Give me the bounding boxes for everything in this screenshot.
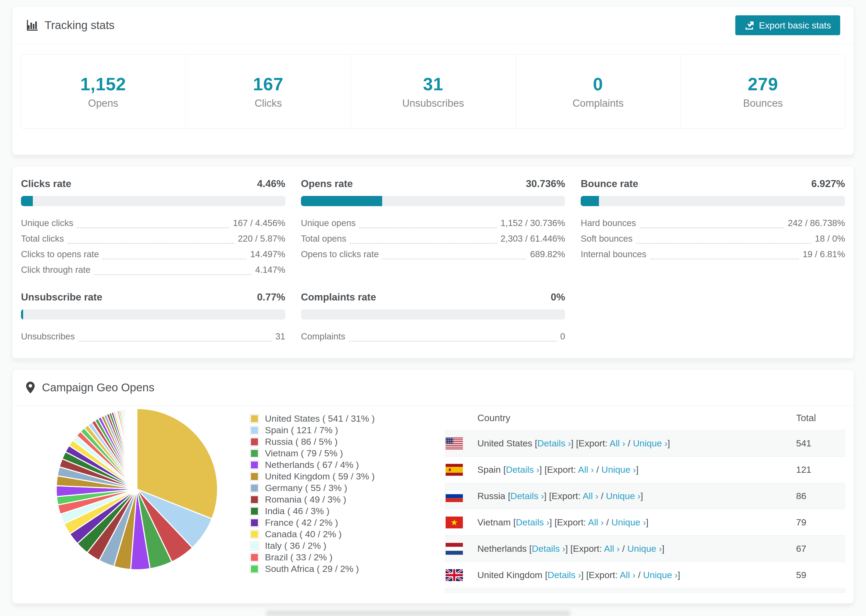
country-cell: United States [Details ›] [Export: All ›…	[477, 430, 796, 457]
geo-table-row-de: Germany [Details ›] [Export: All › / Uni…	[445, 588, 846, 593]
progress-bar	[21, 196, 285, 206]
progress-bar	[301, 310, 565, 319]
tracking-stats-title-block: Tracking stats	[26, 19, 115, 32]
rate-row-value: 4.147%	[255, 265, 285, 275]
stat-value: 31	[423, 74, 443, 94]
rate-row: Unique clicks167 / 4.456%	[21, 215, 285, 231]
export-all-link[interactable]: All ›	[620, 570, 636, 580]
total-cell: 79	[796, 509, 846, 536]
total-cell: 55	[796, 588, 846, 593]
dotted-leader	[68, 243, 234, 244]
legend-swatch	[250, 484, 259, 493]
country-name: Spain	[477, 464, 501, 475]
page-title: Tracking stats	[45, 19, 115, 32]
export-unique-link[interactable]: Unique ›	[627, 544, 662, 554]
stats-summary: 1,152Opens167Clicks31Unsubscribes0Compla…	[20, 54, 846, 129]
stat-cell-bounces: 279Bounces	[680, 55, 845, 129]
progress-bar	[581, 196, 845, 206]
rate-row: Internal bounces19 / 6.81%	[581, 247, 845, 262]
legend-item: South Africa ( 29 / 2% )	[250, 563, 375, 575]
rate-row-label: Unique opens	[301, 218, 356, 228]
stat-label: Unsubscribes	[402, 97, 464, 109]
gb-flag-icon	[446, 569, 463, 581]
geo-table-row-us: United States [Details ›] [Export: All ›…	[445, 430, 846, 457]
rate-row-value: 0	[560, 332, 565, 342]
legend-swatch	[250, 518, 259, 527]
legend-item: Germany ( 55 / 3% )	[250, 482, 375, 494]
legend-label: Brazil ( 33 / 2% )	[265, 552, 332, 563]
map-pin-icon	[26, 381, 35, 394]
legend-swatch	[250, 449, 259, 458]
legend-label: United States ( 541 / 31% )	[265, 413, 375, 424]
details-link[interactable]: Details ›	[510, 491, 544, 501]
legend-swatch	[250, 564, 259, 574]
rate-row-label: Soft bounces	[581, 234, 633, 244]
details-link[interactable]: Details ›	[506, 464, 540, 475]
stat-label: Bounces	[743, 97, 783, 109]
export-basic-stats-button[interactable]: Export basic stats	[735, 15, 840, 35]
geo-header: Campaign Geo Opens	[13, 369, 853, 406]
nl-flag-icon	[446, 543, 463, 555]
dotted-leader	[103, 259, 247, 259]
export-all-link[interactable]: All ›	[578, 464, 594, 475]
rate-row-value: 2,303 / 61.446%	[501, 234, 565, 244]
total-cell: 67	[796, 536, 846, 562]
col-header-country: Country	[477, 406, 796, 430]
dotted-leader	[349, 341, 556, 342]
details-link[interactable]: Details ›	[548, 570, 581, 580]
export-unique-link[interactable]: Unique ›	[601, 464, 636, 475]
stat-label: Complaints	[573, 97, 624, 109]
stat-label: Clicks	[255, 97, 282, 109]
legend-item: Brazil ( 33 / 2% )	[250, 552, 375, 563]
country-name: United Kingdom	[477, 570, 542, 580]
details-link[interactable]: Details ›	[532, 544, 565, 554]
total-cell: 86	[796, 483, 846, 509]
export-all-link[interactable]: All ›	[604, 544, 620, 554]
rate-row-value: 19 / 6.81%	[803, 249, 845, 259]
legend-swatch	[250, 530, 259, 539]
export-all-link[interactable]: All ›	[588, 517, 604, 527]
export-all-link[interactable]: All ›	[583, 491, 598, 501]
country-cell: Russia [Details ›] [Export: All › / Uniq…	[477, 483, 796, 509]
rate-row-value: 14.497%	[250, 249, 285, 259]
export-all-link[interactable]: All ›	[609, 438, 625, 448]
rate-row-label: Opens to clicks rate	[301, 249, 379, 259]
dotted-leader	[359, 227, 497, 228]
geo-table-row-gb: United Kingdom [Details ›] [Export: All …	[445, 562, 846, 588]
bar-chart-icon	[26, 19, 38, 31]
country-cell: Vietnam [Details ›] [Export: All › / Uni…	[477, 509, 796, 536]
col-header-total: Total	[796, 406, 846, 430]
rate-section-unsubscribe-rate: Unsubscribe rate0.77%Unsubscribes31	[21, 292, 285, 344]
export-unique-link[interactable]: Unique ›	[606, 491, 641, 501]
legend-label: Italy ( 36 / 2% )	[265, 541, 326, 551]
export-icon	[745, 20, 754, 30]
country-name: Russia	[477, 491, 505, 501]
rate-row-label: Hard bounces	[581, 218, 636, 228]
dotted-leader	[650, 259, 799, 259]
geo-body: United States ( 541 / 31% )Spain ( 121 /…	[13, 406, 853, 593]
vn-flag-icon	[446, 517, 463, 528]
progress-bar	[301, 196, 565, 206]
details-link[interactable]: Details ›	[537, 438, 571, 448]
export-unique-link[interactable]: Unique ›	[643, 570, 678, 580]
geo-table-row-es: Spain [Details ›] [Export: All › / Uniqu…	[445, 457, 846, 483]
details-link[interactable]: Details ›	[516, 517, 550, 527]
legend-item: Netherlands ( 67 / 4% )	[250, 459, 375, 471]
rate-row-value: 31	[276, 332, 285, 342]
legend-swatch	[250, 437, 259, 446]
export-unique-link[interactable]: Unique ›	[633, 438, 668, 448]
legend-label: Romania ( 49 / 3% )	[265, 494, 346, 505]
rate-title: Bounce rate	[581, 178, 638, 190]
legend-swatch	[250, 426, 259, 435]
legend-label: France ( 42 / 2% )	[265, 517, 338, 528]
stat-value: 167	[253, 74, 283, 94]
rate-section-complaints-rate: Complaints rate0%Complaints0	[301, 292, 565, 344]
rate-row-label: Clicks to opens rate	[21, 249, 99, 259]
rate-row-label: Complaints	[301, 332, 345, 342]
dashboard-page: Tracking stats Export basic stats 1,152O…	[0, 0, 866, 616]
export-unique-link[interactable]: Unique ›	[611, 517, 646, 527]
stat-value: 0	[593, 74, 603, 94]
export-button-label: Export basic stats	[759, 20, 831, 31]
legend-label: Russia ( 86 / 5% )	[265, 437, 337, 447]
rate-value: 30.736%	[526, 178, 565, 190]
